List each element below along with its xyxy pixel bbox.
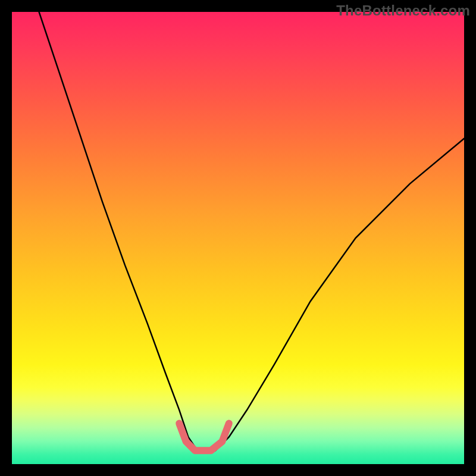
bottleneck-curve [39, 12, 464, 450]
chart-frame: TheBottleneck.com [0, 0, 476, 476]
plot-area [12, 12, 464, 464]
curves-layer [12, 12, 464, 464]
watermark-text: TheBottleneck.com [336, 2, 470, 19]
optimal-zone [179, 424, 229, 451]
